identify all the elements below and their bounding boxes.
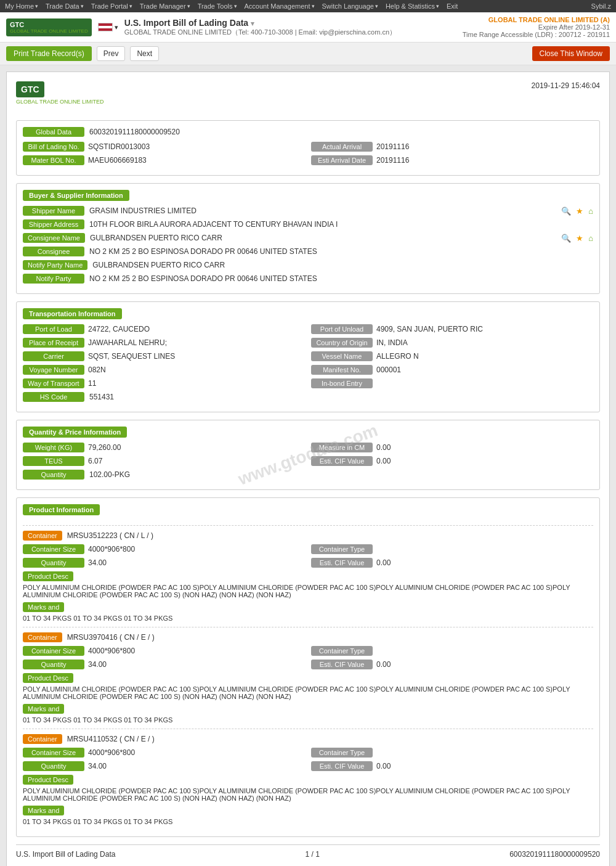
container-1-size-type-row: Container Size 4000*906*800 Container Ty… xyxy=(23,544,593,554)
weight-label: Weight (KG) xyxy=(23,443,84,452)
c3-marks-block: Marks and 01 TO 34 PKGS 01 TO 34 PKGS 01… xyxy=(23,806,593,825)
close-button[interactable]: Close This Window xyxy=(532,46,610,61)
c3-type-label: Container Type xyxy=(311,748,373,758)
nav-switch-language[interactable]: Switch Language ▾ xyxy=(322,2,378,10)
master-bol-value: MAEU606669183 xyxy=(88,156,305,165)
account-time-range: Time Range Accessible (LDR) : 200712 - 2… xyxy=(463,31,610,38)
main-content: GTC GLOBAL TRADE ONLINE LIMITED 2019-11-… xyxy=(0,65,616,866)
shipper-address-row: Shipper Address 10TH FLOOR BIRLA AURORA … xyxy=(23,219,593,229)
account-info: GLOBAL TRADE ONLINE LIMITED (A) Expire A… xyxy=(463,16,610,38)
country-origin-label: Country of Origin xyxy=(311,338,373,348)
consignee-row: Consignee NO 2 KM 25 2 BO ESPINOSA DORAD… xyxy=(23,247,593,256)
c2-qty-half: Quantity 34.00 xyxy=(23,660,305,669)
vessel-value: ALLEGRO N xyxy=(376,352,593,361)
teus-label: TEUS xyxy=(23,456,84,466)
hs-code-row: HS Code 551431 xyxy=(23,392,593,402)
hs-code-value: 551431 xyxy=(89,393,593,401)
container-3-size-type-row: Container Size 4000*906*800 Container Ty… xyxy=(23,748,593,758)
nav-help-statistics[interactable]: Help & Statistics ▾ xyxy=(386,2,439,10)
origin-half: Country of Origin IN, INDIA xyxy=(311,338,593,348)
c1-size-half: Container Size 4000*906*800 xyxy=(23,544,305,554)
shipper-address-value: 10TH FLOOR BIRLA AURORA ADJACENT TO CENT… xyxy=(89,220,593,229)
star-icon[interactable]: ★ xyxy=(576,206,583,216)
port-unload-label: Port of Unload xyxy=(311,324,373,334)
flag-area: ▾ xyxy=(98,23,118,31)
bond-label: In-bond Entry xyxy=(311,378,373,388)
doc-footer-page: 1 / 1 xyxy=(306,850,320,859)
c3-type-half: Container Type xyxy=(311,748,593,758)
container-3-id-row: Container MRSU4110532 ( CN / E / ) xyxy=(23,734,593,744)
esti-arrival-value: 20191116 xyxy=(376,156,593,165)
product-label: Product Information xyxy=(23,504,100,515)
container-1-id-row: Container MRSU3512223 ( CN / L / ) xyxy=(23,531,593,541)
page-subtitle: GLOBAL TRADE ONLINE LIMITED（Tel: 400-710… xyxy=(124,28,456,37)
carrier-half: Carrier SQST, SEAQUEST LINES xyxy=(23,351,305,361)
c1-product-desc-block: Product Desc POLY ALUMINIUM CHLORIDE (PO… xyxy=(23,571,593,598)
master-bol-row: Mater BOL No. MAEU606669183 Esti Arrival… xyxy=(23,155,593,165)
nav-arrow: ▾ xyxy=(234,3,237,9)
home-icon-2[interactable]: ⌂ xyxy=(588,234,593,243)
nav-trade-tools[interactable]: Trade Tools ▾ xyxy=(198,2,237,10)
container-1-qty-cif-row: Quantity 34.00 Esti. CIF Value 0.00 xyxy=(23,558,593,568)
prev-button[interactable]: Prev xyxy=(97,46,126,61)
c2-marks-label: Marks and xyxy=(23,704,64,714)
nav-trade-data[interactable]: Trade Data ▾ xyxy=(46,2,84,10)
nav-arrow: ▾ xyxy=(129,3,132,9)
c1-product-desc-label: Product Desc xyxy=(23,571,73,581)
doc-header: GTC GLOBAL TRADE ONLINE LIMITED 2019-11-… xyxy=(16,81,600,111)
qty-label: Quantity xyxy=(23,470,84,480)
c2-type-label: Container Type xyxy=(311,646,373,656)
measure-label: Measure in CM xyxy=(311,443,373,452)
next-button[interactable]: Next xyxy=(130,46,159,61)
global-data-value: 6003201911180000009520 xyxy=(89,128,593,136)
nav-my-home[interactable]: My Home ▾ xyxy=(5,2,38,10)
quantity-section: Quantity & Price Information www.gtodata… xyxy=(16,420,600,490)
account-name: GLOBAL TRADE ONLINE LIMITED (A) xyxy=(463,16,610,23)
teus-half: TEUS 6.07 xyxy=(23,456,305,466)
logo-text: GTC xyxy=(10,21,88,28)
title-arrow[interactable]: ▾ xyxy=(251,20,254,27)
nav-trade-manager[interactable]: Trade Manager ▾ xyxy=(140,2,190,10)
notify-party-name-value: GULBRANDSEN PUERTO RICO CARR xyxy=(92,261,593,269)
c1-size-value: 4000*906*800 xyxy=(88,545,305,554)
measure-value: 0.00 xyxy=(376,443,593,452)
doc-logo: GTC GLOBAL TRADE ONLINE LIMITED xyxy=(16,81,104,105)
consignee-label: Consignee xyxy=(23,247,84,256)
c1-cif-label: Esti. CIF Value xyxy=(311,558,373,568)
c3-cif-half: Esti. CIF Value 0.00 xyxy=(311,761,593,771)
transportation-section: Transportation Information Port of Load … xyxy=(16,301,600,412)
flag-arrow[interactable]: ▾ xyxy=(115,23,118,31)
star-icon-2[interactable]: ★ xyxy=(576,234,583,243)
nav-trade-portal[interactable]: Trade Portal ▾ xyxy=(91,2,132,10)
doc-logo-sub: GLOBAL TRADE ONLINE LIMITED xyxy=(16,99,104,105)
voyage-half: Voyage Number 082N xyxy=(23,365,305,375)
vessel-half: Vessel Name ALLEGRO N xyxy=(311,351,593,361)
container-2-size-type-row: Container Size 4000*906*800 Container Ty… xyxy=(23,646,593,656)
home-icon[interactable]: ⌂ xyxy=(588,206,593,216)
logo-box: GTC GLOBAL TRADE ONLINE LIMITED xyxy=(6,18,92,36)
c3-size-label: Container Size xyxy=(23,748,84,758)
nav-account-management[interactable]: Account Management ▾ xyxy=(245,2,315,10)
c3-qty-half: Quantity 34.00 xyxy=(23,761,305,771)
user-label: Sybil.z xyxy=(591,2,611,10)
search-icon-2[interactable]: 🔍 xyxy=(561,234,571,243)
bol-value: SQSTIDR0013003 xyxy=(88,142,305,151)
master-bol-label: Mater BOL No. xyxy=(23,155,84,165)
c3-product-desc-label: Product Desc xyxy=(23,775,73,785)
search-icon[interactable]: 🔍 xyxy=(561,206,571,216)
nav-arrow: ▾ xyxy=(35,3,38,9)
print-button[interactable]: Print Trade Record(s) xyxy=(6,46,92,61)
top-toolbar: Print Trade Record(s) Prev Next Close Th… xyxy=(0,43,616,65)
manifest-label: Manifest No. xyxy=(311,365,373,375)
shipper-name-label: Shipper Name xyxy=(23,206,84,216)
receipt-origin-row: Place of Receipt JAWAHARLAL NEHRU; Count… xyxy=(23,338,593,348)
weight-value: 79,260.00 xyxy=(88,443,305,452)
carrier-vessel-row: Carrier SQST, SEAQUEST LINES Vessel Name… xyxy=(23,351,593,361)
c3-marks-label: Marks and xyxy=(23,806,64,815)
vessel-label: Vessel Name xyxy=(311,351,373,361)
voyage-label: Voyage Number xyxy=(23,365,84,375)
transport-half: Way of Transport 11 xyxy=(23,378,305,388)
transport-bond-row: Way of Transport 11 In-bond Entry xyxy=(23,378,593,388)
consignee-name-label: Consignee Name xyxy=(23,233,85,243)
nav-exit[interactable]: Exit xyxy=(447,2,458,10)
